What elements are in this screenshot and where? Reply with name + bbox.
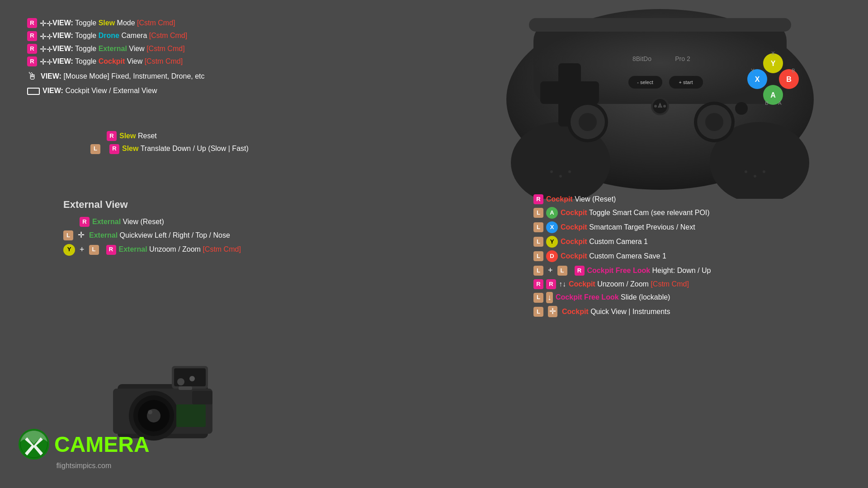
- cmd-row-cock-smartcam: L A Cockpit Toggle Smart Cam (see releva…: [533, 207, 841, 219]
- badge-r-slew2: R: [109, 144, 119, 154]
- cock-custom1-label: Cockpit Custom Camera 1: [561, 237, 648, 247]
- cmd-row-rect-view: VIEW: Cockpit View / External View: [27, 86, 307, 96]
- cmd-row-cock-reset: R Cockpit View (Reset): [533, 194, 841, 204]
- plus-sign-cock: +: [548, 265, 553, 276]
- slew-reset-label: Slew Reset: [119, 131, 157, 141]
- dpad-icon-ext: ✛: [78, 230, 85, 241]
- plus-sign-ext: +: [80, 244, 85, 255]
- badge-r-3: R: [27, 44, 37, 54]
- badge-a-cock: A: [546, 207, 558, 219]
- mouse-icon: 🖱: [27, 70, 37, 84]
- badge-r-main-cock: R: [533, 279, 543, 289]
- ext-quickview-label: External Quickview Left / Right / Top / …: [89, 230, 230, 240]
- svg-text:B: B: [786, 75, 792, 83]
- svg-text:Y: Y: [771, 60, 776, 67]
- view-commands-panel: R ✛ VIEW: Toggle Slew Mode [Cstm Cmd] R …: [27, 18, 307, 99]
- svg-rect-4: [529, 18, 791, 32]
- badge-r-ext: R: [80, 217, 90, 227]
- badge-l-cock2: L: [533, 222, 543, 232]
- down-icon: ↓: [546, 292, 553, 303]
- svg-text:Y: Y: [751, 68, 755, 73]
- badge-l-cock5a: L: [533, 266, 543, 276]
- website-text: flightsimpics.com: [56, 462, 111, 470]
- camera-label: CAMERA: [54, 432, 150, 457]
- badge-l-cock5b: L: [557, 266, 567, 276]
- rect-icon: [27, 88, 40, 95]
- svg-text:Pro 2: Pro 2: [675, 55, 690, 62]
- cross-icon-cock: ✛: [548, 306, 557, 317]
- svg-point-16: [579, 113, 597, 131]
- svg-rect-55: [176, 404, 206, 427]
- cock-quickview-label: Cockpit Quick View | Instruments: [562, 307, 670, 317]
- svg-point-40: [568, 170, 571, 173]
- badge-r-4: R: [27, 56, 37, 66]
- badge-l-cock3: L: [533, 237, 543, 247]
- svg-text:X: X: [755, 75, 760, 83]
- svg-text:A: A: [778, 100, 782, 106]
- cmd-row-ext-reset: R External View (Reset): [63, 217, 380, 227]
- svg-point-22: [663, 105, 666, 108]
- cmd-row-cock-target: L X Cockpit Smartcam Target Previous / N…: [533, 221, 841, 233]
- svg-point-19: [705, 113, 723, 131]
- cmd-row-cock-custom1: L Y Cockpit Custom Camera 1: [533, 236, 841, 248]
- logo-row: CAMERA: [18, 428, 150, 460]
- badge-d-cock: D: [546, 250, 558, 262]
- cock-smartcam-label: Cockpit Toggle Smart Cam (see relevant P…: [561, 208, 710, 218]
- controller-image: - select + start Y: [488, 9, 832, 199]
- cmd-row-cock-freelook-height: L + L R Cockpit Free Look Height: Down /…: [533, 265, 841, 276]
- svg-text:X: X: [771, 51, 775, 56]
- svg-point-43: [763, 170, 765, 173]
- svg-rect-54: [192, 391, 212, 404]
- svg-point-42: [754, 175, 756, 178]
- page-container: - select + start Y: [0, 0, 868, 488]
- svg-point-56: [177, 378, 184, 385]
- cmd-row-slew-reset: R Slew Reset: [90, 131, 362, 141]
- badge-r-2: R: [27, 31, 37, 41]
- dpad-icon-1: ✛: [40, 18, 50, 28]
- badge-r-1: R: [27, 18, 37, 28]
- cock-save1-label: Cockpit Custom Camera Save 1: [561, 251, 666, 261]
- cmd-row-slew-translate: L R Slew Translate Down / Up (Slow | Fas…: [90, 144, 362, 154]
- svg-text:B: B: [765, 100, 768, 106]
- svg-text:B: B: [792, 68, 795, 73]
- cmd-row-cock-save1: L D Cockpit Custom Camera Save 1: [533, 250, 841, 262]
- cock-freelook-height-label: Cockpit Free Look Height: Down / Up: [587, 266, 711, 276]
- external-view-panel: External View R External View (Reset) L …: [63, 199, 380, 258]
- view-label-5: VIEW: [Mouse Mode] Fixed, Instrument, Dr…: [41, 71, 205, 81]
- badge-y-cock: Y: [546, 236, 558, 248]
- cock-zoom-label: Cockpit Unzoom / Zoom [Cstm Cmd]: [569, 279, 689, 289]
- cock-target-label: Cockpit Smartcam Target Previous / Next: [561, 222, 695, 232]
- xbox-logo-icon: [18, 428, 50, 460]
- badge-r-cock5: R: [575, 266, 585, 276]
- cock-reset-label: Cockpit View (Reset): [546, 194, 616, 204]
- arrows-updown-icon: ↑↓: [559, 279, 566, 289]
- view-label-1: VIEW: Toggle Slew Mode [Cstm Cmd]: [52, 18, 175, 28]
- svg-text:- select: - select: [637, 80, 653, 85]
- svg-point-38: [550, 170, 553, 173]
- cmd-row-ext-quickview: L ✛ External Quickview Left / Right / To…: [63, 230, 380, 241]
- svg-text:+ start: + start: [679, 80, 693, 85]
- cmd-row-cock-zoom: R R ↑↓ Cockpit Unzoom / Zoom [Cstm Cmd]: [533, 279, 841, 289]
- badge-l-ext: L: [63, 230, 73, 240]
- svg-point-41: [745, 170, 747, 173]
- badge-r-cock6: R: [546, 279, 556, 289]
- svg-text:A: A: [770, 91, 776, 99]
- badge-r-cock: R: [533, 194, 543, 204]
- svg-point-21: [659, 105, 661, 108]
- slew-commands-panel: R Slew Reset L R Slew Translate Down / U…: [90, 131, 362, 157]
- cock-freelook-slide-label: Cockpit Free Look Slide (lockable): [556, 292, 670, 302]
- cmd-row-drone-camera: R ✛ VIEW: Toggle Drone Camera [Cstm Cmd]: [27, 31, 307, 41]
- view-label-4: VIEW: Toggle Cockpit View [Cstm Cmd]: [52, 56, 183, 66]
- svg-point-57: [189, 376, 195, 381]
- cmd-row-external-view: R ✛ VIEW: Toggle External View [Cstm Cmd…: [27, 44, 307, 54]
- logo-area: CAMERA flightsimpics.com: [18, 428, 150, 470]
- cmd-row-mouse-mode: 🖱 VIEW: [Mouse Mode] Fixed, Instrument, …: [27, 70, 307, 84]
- cmd-row-cock-quickview: L ✛ Cockpit Quick View | Instruments: [533, 306, 841, 317]
- ext-zoom-label: External Unzoom / Zoom [Cstm Cmd]: [119, 244, 241, 254]
- badge-l-cock7: L: [533, 293, 543, 303]
- cmd-row-cock-freelook-slide: L ↓ Cockpit Free Look Slide (lockable): [533, 292, 841, 303]
- badge-y-ext: Y: [63, 244, 75, 256]
- badge-r-slew: R: [107, 131, 117, 141]
- dpad-icon-2: ✛: [40, 31, 50, 41]
- badge-l-cock4: L: [533, 251, 543, 261]
